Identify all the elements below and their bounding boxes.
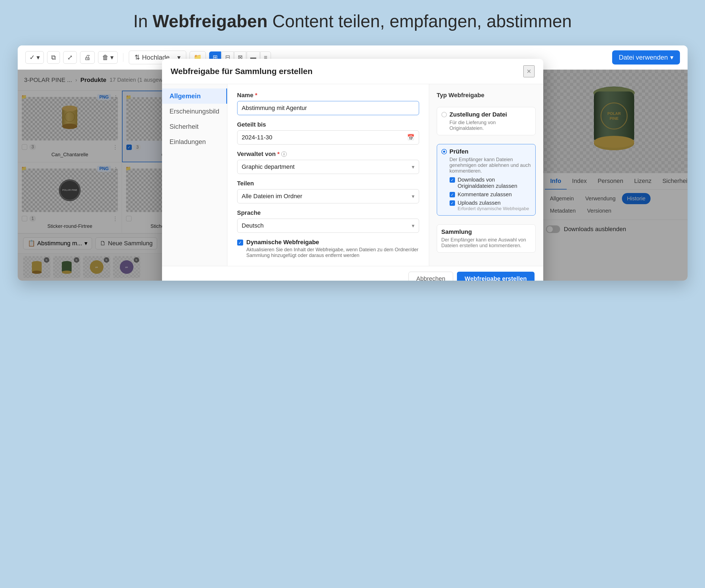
modal: Webfreigabe für Sammlung erstellen × All… <box>162 59 543 281</box>
date-value: 2024-11-30 <box>242 134 273 141</box>
typ-option-zustellung[interactable]: Zustellung der Datei Für die Lieferung v… <box>437 107 535 135</box>
check-uploads-box: ✓ <box>450 200 455 206</box>
typ-option-header-2: Prüfen <box>441 148 531 155</box>
trash-icon: 🗑 <box>102 54 109 61</box>
verwaltet-chevron: ▾ <box>412 163 415 170</box>
modal-right: Typ Webfreigabe Zustellung der Datei Für… <box>429 84 543 266</box>
check-downloads-box: ✓ <box>450 177 455 183</box>
modal-nav-allgemein[interactable]: Allgemein <box>162 89 227 104</box>
form-sprache-label: Sprache <box>237 209 419 216</box>
typ-sammlung-desc: Der Empfänger kann eine Auswahl von Date… <box>441 237 531 249</box>
form-name-label: Name * <box>237 92 419 99</box>
form-dynamic-row: ✓ Dynamische Webfreigabe Aktualisieren S… <box>237 239 419 258</box>
modal-title: Webfreigabe für Sammlung erstellen <box>171 67 313 76</box>
modal-footer: Abbrechen Webfreigabe erstellen <box>162 266 543 281</box>
modal-overlay[interactable]: Webfreigabe für Sammlung erstellen × All… <box>18 70 688 281</box>
typ-desc-2: Der Empfänger kann Dateien genehmigen od… <box>450 157 531 174</box>
dynamic-check[interactable]: ✓ <box>237 240 243 246</box>
modal-nav-erscheinungsbild[interactable]: Erscheinungsbild <box>162 104 227 119</box>
form-verwaltet-field: Verwaltet von * i Graphic department ▾ <box>237 151 419 174</box>
typ-sammlung[interactable]: Sammlung Der Empfänger kann eine Auswahl… <box>437 224 535 253</box>
form-sprache-field: Sprache Deutsch ▾ <box>237 209 419 233</box>
check-icon: ✓ <box>30 54 35 61</box>
check-downloads-label: Downloads von Originaldateien zulassen <box>458 177 531 189</box>
form-sprache-select[interactable]: Deutsch ▾ <box>237 218 419 233</box>
typ-radio-2 <box>441 149 447 154</box>
modal-close-btn[interactable]: × <box>523 65 534 77</box>
typ-sammlung-title: Sammlung <box>441 229 531 236</box>
print-icon: 🖨 <box>84 54 91 61</box>
cancel-btn[interactable]: Abbrechen <box>409 272 453 281</box>
form-verwaltet-select[interactable]: Graphic department ▾ <box>237 160 419 174</box>
checkbox-kommentare[interactable]: ✓ Kommentare zulassen <box>450 191 531 198</box>
form-name-input[interactable] <box>237 101 419 115</box>
form-verwaltet-label: Verwaltet von * i <box>237 151 419 158</box>
delete-chevron: ▾ <box>110 54 113 61</box>
required-star: * <box>255 92 257 99</box>
typ-radio-1 <box>441 112 447 117</box>
typ-title: Typ Webfreigabe <box>437 92 535 99</box>
typ-option-pruefen[interactable]: Prüfen Der Empfänger kann Dateien genehm… <box>437 144 535 215</box>
typ-name-1: Zustellung der Datei <box>450 111 507 118</box>
datei-label: Datei verwenden <box>619 54 668 61</box>
page-title: In Webfreigaben Content teilen, empfange… <box>133 11 572 32</box>
main-layout: 3-POLAR PINE ... › Produkte 17 Dateien (… <box>18 70 688 281</box>
create-btn[interactable]: Webfreigabe erstellen <box>457 272 534 281</box>
form-date-label: Geteilt bis <box>237 121 419 128</box>
print-btn[interactable]: 🖨 <box>80 51 95 64</box>
teilen-value: Alle Dateien im Ordner <box>242 193 302 200</box>
modal-body: Allgemein Erscheinungsbild Sicherheit Ei… <box>162 84 543 266</box>
datei-chevron: ▾ <box>670 54 673 61</box>
typ-name-2: Prüfen <box>450 148 469 155</box>
form-date-input[interactable]: 2024-11-30 📅 <box>237 131 419 145</box>
typ-desc-1: Für die Lieferung von Originaldateien. <box>450 120 531 131</box>
sprache-value: Deutsch <box>242 222 264 229</box>
form-teilen-field: Teilen Alle Dateien im Ordner ▾ <box>237 180 419 203</box>
datei-btn[interactable]: Datei verwenden ▾ <box>612 50 680 64</box>
verwaltet-value: Graphic department <box>242 163 295 170</box>
calendar-icon: 📅 <box>407 134 415 141</box>
dynamic-content: Dynamische Webfreigabe Aktualisieren Sie… <box>246 239 419 258</box>
move-icon: ⤢ <box>67 54 73 61</box>
check-uploads-label: Uploads zulassen <box>458 200 529 206</box>
modal-sidebar: Allgemein Erscheinungsbild Sicherheit Ei… <box>162 84 227 266</box>
typ-option-header-1: Zustellung der Datei <box>441 111 531 118</box>
modal-main: Name * Geteilt bis 2024-11-30 📅 <box>227 84 429 266</box>
modal-nav-einladungen[interactable]: Einladungen <box>162 134 227 149</box>
copy-btn[interactable]: ⧉ <box>47 51 60 64</box>
move-btn[interactable]: ⤢ <box>63 51 77 64</box>
sort-icon: ⇅ <box>135 54 140 61</box>
modal-header: Webfreigabe für Sammlung erstellen × <box>162 59 543 84</box>
form-date-field: Geteilt bis 2024-11-30 📅 <box>237 121 419 145</box>
uploads-content: Uploads zulassen Erfordert dynamische We… <box>458 200 529 211</box>
check-kommentare-box: ✓ <box>450 192 455 197</box>
checkbox-uploads[interactable]: ✓ Uploads zulassen Erfordert dynamische … <box>450 200 531 211</box>
copy-icon: ⧉ <box>51 54 56 61</box>
check-uploads-desc: Erfordert dynamische Webfreigabe <box>458 206 529 211</box>
check-btn[interactable]: ✓ ▾ <box>25 51 44 64</box>
dynamic-desc: Aktualisieren Sie den Inhalt der Webfrei… <box>246 247 419 258</box>
dynamic-label: Dynamische Webfreigabe <box>246 239 419 246</box>
sprache-chevron: ▾ <box>412 223 415 229</box>
form-name-field: Name * <box>237 92 419 115</box>
info-icon[interactable]: i <box>281 151 287 157</box>
form-teilen-select[interactable]: Alle Dateien im Ordner ▾ <box>237 189 419 203</box>
teilen-chevron: ▾ <box>412 193 415 200</box>
check-kommentare-label: Kommentare zulassen <box>458 191 512 198</box>
checkbox-downloads[interactable]: ✓ Downloads von Originaldateien zulassen <box>450 177 531 189</box>
required-star-2: * <box>277 151 280 158</box>
form-teilen-label: Teilen <box>237 180 419 187</box>
modal-nav-sicherheit[interactable]: Sicherheit <box>162 119 227 134</box>
check-chevron: ▾ <box>37 54 40 61</box>
delete-btn[interactable]: 🗑 ▾ <box>98 51 117 64</box>
app-container: ✓ ▾ ⧉ ⤢ 🖨 🗑 ▾ ⇅ Hochlade... ▾ 📁 ⊞ ⊟ <box>18 45 688 281</box>
check-group: ✓ ▾ <box>25 51 44 64</box>
